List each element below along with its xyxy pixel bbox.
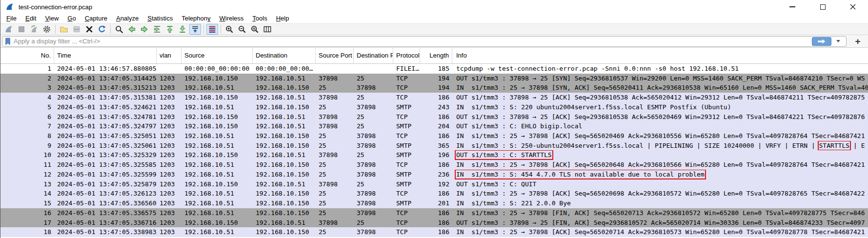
packet-cell-destination: 192.168.10.150 [253,160,316,170]
packet-cell-time: 2024-05-01 13:47:05.336560 [54,198,157,208]
packet-cell-vlan: 1203 [157,189,182,198]
go-to-top-icon[interactable] [164,24,176,35]
display-filter-field[interactable] [2,36,847,47]
packet-cell-dst_port: 37898 [354,198,393,208]
zoom-100-icon[interactable] [249,24,261,35]
packet-cell-vlan: 1203 [157,170,182,179]
go-back-icon[interactable] [126,24,138,35]
packet-cell-source: 192.168.10.51 [182,131,253,141]
minimize-button[interactable] [777,0,807,14]
packet-list-header: No.TimevlanSourceDestinationSource PortD… [0,48,868,64]
wireshark-logo-icon [5,2,14,11]
reload-file-icon[interactable] [96,24,108,35]
wireshark-window: test-connection-error.pcap FileEditViewG… [0,0,868,238]
packet-cell-length: 196 [420,150,452,160]
close-file-icon[interactable] [83,24,95,35]
go-to-bottom-icon[interactable] [177,24,188,35]
packet-row[interactable]: 42024-05-01 13:47:05.3153811203192.168.1… [0,93,868,102]
zoom-out-icon[interactable] [236,24,248,35]
info-text: IN s1/tmm3 : 25 → 37898 [ACK] Seq=565020… [456,161,865,168]
packet-row[interactable]: 132024-05-01 13:47:05.3258791203192.168.… [0,179,868,189]
restart-capture-icon[interactable] [28,24,40,35]
packet-cell-dst_port: 37898 [354,208,393,218]
menu-edit[interactable]: Edit [21,14,40,23]
packet-row[interactable]: 92024-05-01 13:47:05.3250611203192.168.1… [0,141,868,151]
packet-row[interactable]: 12024-05-01 13:46:57.88080500:00:00_00:0… [0,64,868,74]
info-text: tcpdump -w test-connection-error.pcap -S… [456,65,739,72]
menu-file[interactable]: File [2,14,21,23]
packet-row[interactable]: 182024-05-01 13:47:05.3389831203192.168.… [0,227,868,237]
packet-cell-destination: 192.168.10.51 [253,74,316,83]
menu-capture[interactable]: Capture [81,14,112,23]
column-header-no[interactable]: No. [0,48,54,63]
packet-row[interactable]: 102024-05-01 13:47:05.3253291203192.168.… [0,150,868,160]
packet-cell-vlan: 1203 [157,227,182,237]
menu-tools[interactable]: Tools [248,14,271,23]
packet-row[interactable]: 122024-05-01 13:47:05.3255991203192.168.… [0,170,868,179]
packet-row[interactable]: 72024-05-01 13:47:05.3247971203192.168.1… [0,121,868,131]
packet-row[interactable]: 52024-05-01 13:47:05.3246211203192.168.1… [0,102,868,112]
packet-row[interactable]: 82024-05-01 13:47:05.3250511203192.168.1… [0,131,868,141]
maximize-button[interactable] [807,0,838,14]
add-filter-button[interactable]: + [850,36,865,47]
zoom-in-icon[interactable] [223,24,235,35]
packet-row[interactable]: 162024-05-01 13:47:05.3365751203192.168.… [0,208,868,218]
colorize-icon[interactable] [206,24,218,35]
menu-telephony[interactable]: Telephony [177,14,215,23]
save-file-icon[interactable]: 010 [71,24,82,35]
menu-help[interactable]: Help [272,14,294,23]
resize-columns-icon[interactable] [262,24,273,35]
packet-row[interactable]: 142024-05-01 13:47:05.3261231203192.168.… [0,189,868,198]
packet-cell-info: IN s1/tmm3 : 25 → 37898 [SYN, ACK] Seq=5… [452,83,868,93]
packet-row[interactable]: 172024-05-01 13:47:05.3367161203192.168.… [0,218,868,228]
packet-cell-destination: 192.168.10.150 [253,83,316,93]
packet-cell-length: 186 [420,112,452,122]
packet-cell-protocol: SMTP [393,150,420,160]
toolbar-separator [203,25,204,34]
packet-cell-source: 192.168.10.150 [182,179,253,189]
start-capture-icon[interactable] [3,24,15,35]
column-header-protocol[interactable]: Protocol [393,48,420,63]
capture-options-icon[interactable] [41,24,53,35]
menu-statistics[interactable]: Statistics [143,14,177,23]
packet-cell-protocol: TCP [393,74,420,83]
open-file-icon[interactable] [58,24,70,35]
go-to-packet-icon[interactable] [151,24,163,35]
packet-cell-protocol: SMTP [393,179,420,189]
column-header-destination[interactable]: Destination [253,48,316,63]
packet-cell-info: OUT s1/tmm3 : 37898 → 25 [SYN] Seq=29368… [452,74,868,83]
go-forward-icon[interactable] [139,24,150,35]
column-header-src_port[interactable]: Source Port [316,48,354,63]
packet-row[interactable]: 112024-05-01 13:47:05.3255851203192.168.… [0,160,868,170]
close-button[interactable] [838,0,868,14]
apply-filter-button[interactable] [812,37,831,46]
window-title: test-connection-error.pcap [19,3,92,11]
stop-capture-icon[interactable] [16,24,27,35]
packet-cell-length: 186 [420,227,452,237]
filter-dropdown-caret[interactable] [836,40,840,42]
menu-view[interactable]: View [40,14,63,23]
display-filter-input[interactable] [14,38,810,45]
auto-scroll-icon[interactable] [189,24,201,35]
column-header-source[interactable]: Source [182,48,253,63]
filter-bookmark-icon[interactable] [5,38,11,45]
packet-cell-source: 192.168.10.51 [182,83,253,93]
column-header-length[interactable]: Length [420,48,452,63]
find-packet-icon[interactable] [113,24,125,35]
packet-cell-src_port: 25 [316,198,354,208]
menu-wireless[interactable]: Wireless [215,14,248,23]
packet-cell-no: 15 [0,198,54,208]
packet-cell-dst_port: 37898 [354,227,393,237]
packet-cell-dst_port: 37898 [354,131,393,141]
menu-analyze[interactable]: Analyze [112,14,143,23]
packet-row[interactable]: 152024-05-01 13:47:05.3365601203192.168.… [0,198,868,208]
column-header-vlan[interactable]: vlan [157,48,182,63]
column-header-dst_port[interactable]: Destination Port [354,48,393,63]
packet-row[interactable]: 62024-05-01 13:47:05.3247811203192.168.1… [0,112,868,122]
packet-row[interactable]: 22024-05-01 13:47:05.3144251203192.168.1… [0,74,868,83]
packet-cell-vlan: 1203 [157,141,182,151]
packet-row[interactable]: 32024-05-01 13:47:05.3152131203192.168.1… [0,83,868,93]
column-header-info[interactable]: Info [452,48,868,63]
column-header-time[interactable]: Time [54,48,157,63]
menu-go[interactable]: Go [63,14,80,23]
